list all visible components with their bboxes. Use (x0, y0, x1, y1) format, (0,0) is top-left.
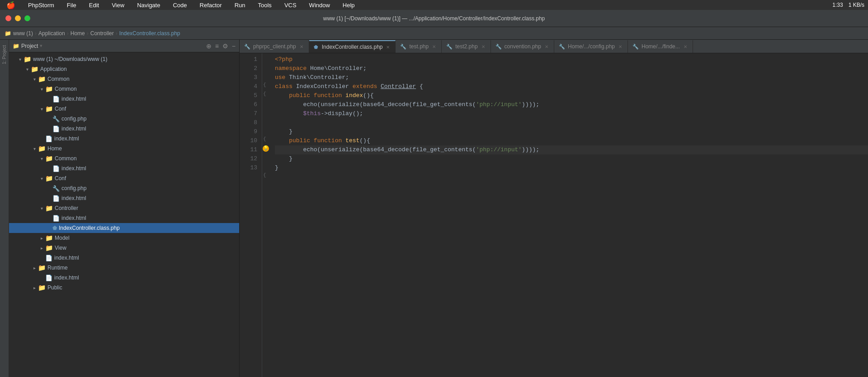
tab-finder-label: Home/.../finde... (642, 43, 680, 50)
close-button[interactable] (5, 15, 11, 21)
tree-index8[interactable]: 📄 index.html (9, 273, 239, 283)
common1-arrow (31, 77, 38, 82)
home-arrow (31, 146, 38, 151)
common2-arrow (38, 87, 45, 92)
tree-config2[interactable]: 🔧 config.php (9, 183, 239, 193)
ln-2: 2 (240, 64, 257, 73)
fold-10[interactable]: { (263, 135, 266, 144)
tree-conf2[interactable]: 📁 Conf (9, 173, 239, 183)
locate-icon[interactable]: ⊕ (206, 42, 212, 50)
menu-run[interactable]: Run (232, 2, 248, 9)
menu-vcs[interactable]: VCS (282, 2, 299, 9)
config2-label: config.php (61, 185, 236, 191)
tree-common3[interactable]: 📁 Common (9, 154, 239, 163)
index7-label: index.html (54, 255, 236, 261)
tree-indexcontroller[interactable]: ⬟ IndexController.class.php (9, 223, 239, 233)
runtime-arrow (31, 265, 38, 270)
html2-file-icon: 📄 (52, 126, 60, 132)
tree-index2[interactable]: 📄 index.html (9, 124, 239, 134)
conf1-label: Conf (55, 106, 236, 112)
menu-refactor[interactable]: Refactor (197, 2, 225, 9)
model-arrow (38, 236, 45, 241)
menu-file[interactable]: File (64, 2, 79, 9)
menu-code[interactable]: Code (170, 2, 189, 9)
tree-common1[interactable]: 📁 Common (9, 74, 239, 84)
breadcrumb-www[interactable]: www (1) (13, 30, 33, 37)
menu-view[interactable]: View (109, 2, 127, 9)
minimize-button[interactable] (15, 15, 21, 21)
maximize-button[interactable] (24, 15, 30, 21)
tab-test[interactable]: 🔧 test.php ✕ (396, 40, 442, 53)
breadcrumb-home[interactable]: Home (71, 30, 85, 37)
tab-indexcontroller-close[interactable]: ✕ (385, 44, 391, 50)
code-line-3: use Think\Controller; (275, 73, 868, 82)
fold-close[interactable]: { (263, 171, 266, 180)
menu-phpstorm[interactable]: PhpStorm (25, 2, 57, 9)
menu-tools[interactable]: Tools (255, 2, 274, 9)
tab-test2-close[interactable]: ✕ (481, 44, 486, 50)
project-dropdown-icon[interactable]: ▾ (40, 43, 42, 49)
tree-runtime[interactable]: 📁 Runtime (9, 263, 239, 273)
tree-controller[interactable]: 📁 Controller (9, 203, 239, 213)
tab-config-home[interactable]: 🔧 Home/.../config.php ✕ (554, 40, 628, 53)
time-display: 1:33 (832, 2, 843, 8)
tab-test2[interactable]: 🔧 test2.php ✕ (442, 40, 491, 53)
tab-phprpc-close[interactable]: ✕ (299, 44, 304, 50)
tree-model[interactable]: 📁 Model (9, 233, 239, 243)
tab-convention-close[interactable]: ✕ (544, 44, 549, 50)
menu-navigate[interactable]: Navigate (134, 2, 163, 9)
menu-help[interactable]: Help (340, 2, 358, 9)
collapse-all-icon[interactable]: ≡ (215, 42, 219, 50)
tab-finder[interactable]: 🔧 Home/.../finde... ✕ (628, 40, 693, 53)
tab-convention-icon: 🔧 (495, 44, 502, 50)
tree-public[interactable]: 📁 Public (9, 283, 239, 293)
tabs-bar: 🔧 phprpc_client.php ✕ ⬟ IndexController.… (240, 40, 868, 53)
fold-4[interactable]: { (263, 80, 266, 89)
tab-phprpc-icon: 🔧 (244, 44, 250, 50)
tab-config-home-close[interactable]: ✕ (618, 44, 623, 50)
php2-file-icon: 🔧 (52, 185, 60, 192)
tree-index4[interactable]: 📄 index.html (9, 163, 239, 173)
breadcrumb-current-file[interactable]: IndexController.class.php (119, 30, 180, 37)
project-panel: 📁 Project ▾ ⊕ ≡ ⚙ − 📁 www (1) ~/Download… (9, 40, 240, 377)
code-content[interactable]: <?php namespace Home\Controller; use Thi… (271, 53, 868, 377)
tree-common2[interactable]: 📁 Common (9, 84, 239, 94)
tree-index1[interactable]: 📄 index.html (9, 94, 239, 104)
tree-view[interactable]: 📁 View (9, 243, 239, 253)
breadcrumb-application[interactable]: Application (38, 30, 65, 37)
tree-home[interactable]: 📁 Home (9, 144, 239, 154)
window-controls (5, 15, 30, 21)
apple-menu[interactable]: 🍎 (4, 1, 18, 9)
ln-4: 4 (240, 82, 257, 91)
tab-test-close[interactable]: ✕ (431, 44, 437, 50)
breadcrumb-controller[interactable]: Controller (90, 30, 114, 37)
menu-window[interactable]: Window (307, 2, 333, 9)
tree-index6[interactable]: 📄 index.html (9, 213, 239, 223)
index1-label: index.html (61, 96, 236, 102)
code-editor[interactable]: 1 2 3 4 5 6 7 8 9 10 11 12 13 { { { (240, 53, 868, 377)
tab-convention[interactable]: 🔧 convention.php ✕ (491, 40, 554, 53)
common2-label: Common (55, 86, 236, 92)
tree-config1[interactable]: 🔧 config.php (9, 114, 239, 124)
view-label: View (55, 245, 236, 251)
main-layout: 1: Project 📁 Project ▾ ⊕ ≡ ⚙ − 📁 w (0, 40, 868, 377)
tree-index5[interactable]: 📄 index.html (9, 193, 239, 203)
settings-icon[interactable]: ⚙ (222, 42, 228, 50)
tab-phprpc-client[interactable]: 🔧 phprpc_client.php ✕ (240, 40, 309, 53)
tree-index3[interactable]: 📄 index.html (9, 134, 239, 144)
tab-indexcontroller[interactable]: ⬟ IndexController.class.php ✕ (309, 40, 396, 53)
fold-5[interactable]: { (263, 89, 266, 98)
tree-conf1[interactable]: 📁 Conf (9, 104, 239, 114)
model-icon: 📁 (45, 234, 53, 242)
tree-index7[interactable]: 📄 index.html (9, 253, 239, 263)
menu-edit[interactable]: Edit (86, 2, 102, 9)
hide-panel-icon[interactable]: − (232, 42, 236, 50)
tree-root[interactable]: 📁 www (1) ~/Downloads/www (1) (9, 54, 239, 64)
tree-application[interactable]: 📁 Application (9, 64, 239, 74)
tab-finder-close[interactable]: ✕ (683, 44, 688, 50)
conf1-arrow (38, 107, 45, 112)
warning-light-bulb[interactable]: 💡 (263, 145, 269, 152)
project-strip-label[interactable]: 1: Project (2, 45, 7, 64)
html8-file-icon: 📄 (45, 275, 52, 281)
code-line-5: public function index(){ (275, 91, 868, 100)
